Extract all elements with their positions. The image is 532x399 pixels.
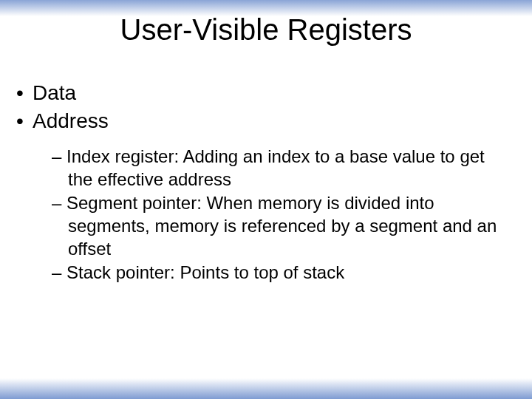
sub-bullet-group: – Index register: Adding an index to a b… <box>13 146 510 284</box>
sub-bullet-segment: – Segment pointer: When memory is divide… <box>52 192 510 260</box>
slide-container: User-Visible Registers Data Address – In… <box>0 0 532 399</box>
sub-bullet-stack: – Stack pointer: Points to top of stack <box>52 262 510 284</box>
slide-title: User-Visible Registers <box>0 13 532 47</box>
sub-bullet-index: – Index register: Adding an index to a b… <box>52 146 510 191</box>
bullet-address: Address <box>13 108 510 134</box>
slide-body: Data Address – Index register: Adding an… <box>13 80 510 286</box>
bullet-data: Data <box>13 80 510 106</box>
